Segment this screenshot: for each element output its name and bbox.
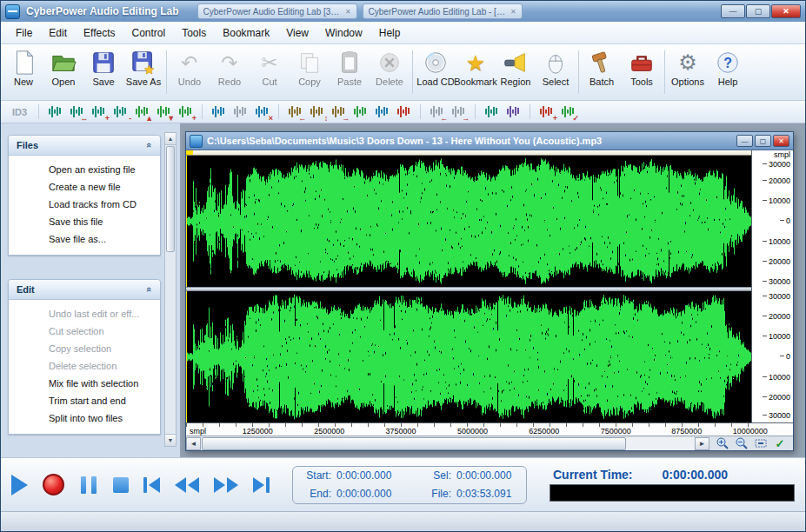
skip-to-end-button[interactable] xyxy=(253,477,270,493)
convert-icon[interactable] xyxy=(373,104,391,120)
loop-icon[interactable] xyxy=(395,104,413,120)
scroll-right-icon[interactable]: ► xyxy=(695,437,709,450)
horizontal-scrollbar[interactable]: ◄ ► ✓ xyxy=(186,436,793,450)
doc-close-button[interactable]: ✕ xyxy=(773,135,789,147)
sample-ruler[interactable]: smpl 1250000 2500000 3750000 5000000 625… xyxy=(186,422,793,436)
sidebar-item-cut-selection[interactable]: Cut selection xyxy=(9,323,160,340)
cut-button[interactable]: ✂ Cut xyxy=(250,47,290,97)
sidebar-item-undo[interactable]: Undo last edit or eff... xyxy=(9,305,160,323)
position-overview-bar[interactable] xyxy=(186,150,751,156)
edit-panel-header[interactable]: Edit « xyxy=(9,280,160,300)
load-cd-button[interactable]: Load CD xyxy=(416,47,456,97)
amplify-icon[interactable] xyxy=(177,104,195,120)
options-button[interactable]: ⚙ Options xyxy=(668,47,708,97)
sidebar-item-trim[interactable]: Trim start and end xyxy=(9,392,160,409)
rewind-button[interactable] xyxy=(175,477,199,493)
task-pane-scrollbar[interactable]: ▲ ▼ xyxy=(164,132,177,447)
zoom-selection-icon[interactable] xyxy=(68,104,86,120)
menu-window[interactable]: Window xyxy=(317,24,370,42)
menu-bookmark[interactable]: Bookmark xyxy=(215,24,277,42)
open-button[interactable]: Open xyxy=(43,47,83,97)
zoom-in-wave-icon[interactable] xyxy=(90,104,108,120)
skip-to-start-button[interactable] xyxy=(143,477,160,493)
save-button[interactable]: Save xyxy=(83,47,123,97)
doc-minimize-button[interactable]: — xyxy=(736,135,753,147)
select-all-icon[interactable] xyxy=(46,104,64,120)
menu-help[interactable]: Help xyxy=(371,24,409,42)
copy-button[interactable]: Copy xyxy=(290,47,330,97)
id3-editor-button[interactable]: ID3 xyxy=(8,106,31,118)
close-button[interactable]: ✕ xyxy=(771,4,801,18)
waveform-right-channel[interactable] xyxy=(186,291,751,422)
menu-effects[interactable]: Effects xyxy=(76,24,123,42)
stretch-icon[interactable] xyxy=(330,104,348,120)
tools-button[interactable]: Tools xyxy=(622,47,662,97)
bookmark-button[interactable]: ★ Bookmark xyxy=(456,47,496,97)
sidebar-item-mix-file[interactable]: Mix file with selection xyxy=(9,375,160,392)
document-titlebar[interactable]: C:\Users\Seba\Documents\Music\3 Doors Do… xyxy=(186,132,793,150)
reverse-icon[interactable] xyxy=(286,104,304,120)
paste-button[interactable]: Paste xyxy=(330,47,370,97)
scrollbar-thumb[interactable] xyxy=(202,437,626,450)
scrollbar-down-icon[interactable]: ▼ xyxy=(165,434,176,446)
doc-maximize-button[interactable]: ▢ xyxy=(755,135,771,147)
bookmark-prev-icon[interactable] xyxy=(428,104,446,120)
scrollbar-thumb[interactable] xyxy=(166,146,175,252)
mix-icon[interactable] xyxy=(351,104,370,120)
tab-close-icon[interactable]: ✕ xyxy=(345,8,351,16)
fast-forward-button[interactable] xyxy=(214,477,238,493)
select-button[interactable]: Select xyxy=(536,47,576,97)
normalize-icon[interactable] xyxy=(210,104,228,120)
scrollbar-up-icon[interactable]: ▲ xyxy=(165,133,176,145)
waveform-left-channel[interactable] xyxy=(186,156,751,287)
help-button[interactable]: ? Help xyxy=(708,47,748,97)
zoom-out-wave-icon[interactable] xyxy=(111,104,130,120)
region-button[interactable]: Region xyxy=(496,47,536,97)
zoom-selection-icon[interactable] xyxy=(754,436,768,450)
menu-edit[interactable]: Edit xyxy=(41,24,75,42)
scroll-left-icon[interactable]: ◄ xyxy=(186,437,201,450)
bookmark-next-icon[interactable] xyxy=(450,104,468,120)
collapse-chevron-icon[interactable]: « xyxy=(144,143,155,148)
titlebar[interactable]: CyberPower Audio Editing Lab CyberPower … xyxy=(1,1,805,22)
spectral-view-icon[interactable] xyxy=(504,104,523,120)
zoom-out-icon[interactable] xyxy=(735,436,749,450)
play-button[interactable] xyxy=(11,475,28,495)
sidebar-item-copy-selection[interactable]: Copy selection xyxy=(9,340,160,357)
scrollbar-track[interactable] xyxy=(201,437,695,450)
sidebar-item-split[interactable]: Split into two files xyxy=(9,409,160,427)
statistics-icon[interactable] xyxy=(483,104,501,120)
menu-view[interactable]: View xyxy=(278,24,316,42)
zoom-in-icon[interactable] xyxy=(716,436,729,450)
sidebar-item-delete-selection[interactable]: Delete selection xyxy=(9,357,160,375)
menu-file[interactable]: File xyxy=(8,24,40,42)
sidebar-item-create-new[interactable]: Create a new file xyxy=(9,178,160,196)
marker-add-icon[interactable] xyxy=(537,104,556,120)
delete-button[interactable]: Delete xyxy=(370,47,410,97)
undo-button[interactable]: ↶ Undo xyxy=(170,47,210,97)
redo-button[interactable]: ↷ Redo xyxy=(210,47,250,97)
menu-control[interactable]: Control xyxy=(124,24,174,42)
tab-close-icon[interactable]: ✕ xyxy=(510,8,516,16)
record-button[interactable] xyxy=(43,474,64,495)
pause-button[interactable] xyxy=(79,476,98,494)
snap-check-icon[interactable]: ✓ xyxy=(773,436,787,450)
sidebar-item-save-as[interactable]: Save file as... xyxy=(9,230,160,248)
maximize-button[interactable]: ▢ xyxy=(746,4,770,18)
silence-icon[interactable] xyxy=(231,104,250,120)
fade-in-icon[interactable] xyxy=(133,104,151,120)
sidebar-item-load-cd[interactable]: Load tracks from CD xyxy=(9,196,160,213)
stop-button[interactable] xyxy=(113,477,129,493)
minimize-button[interactable]: — xyxy=(721,4,745,18)
sidebar-item-save-file[interactable]: Save this file xyxy=(9,213,160,230)
fade-out-icon[interactable] xyxy=(155,104,173,120)
trim-icon[interactable] xyxy=(253,104,271,120)
save-as-button[interactable]: Save As xyxy=(123,47,163,97)
collapse-chevron-icon[interactable]: « xyxy=(144,287,155,292)
titlebar-tab-2[interactable]: CyberPower Audio Editing Lab - [No... ✕ xyxy=(363,3,523,19)
menu-tools[interactable]: Tools xyxy=(174,24,214,42)
invert-icon[interactable] xyxy=(308,104,326,120)
titlebar-tab-1[interactable]: CyberPower Audio Editing Lab [3 Do... ✕ xyxy=(197,3,357,19)
files-panel-header[interactable]: Files « xyxy=(9,136,160,156)
new-button[interactable]: New xyxy=(3,47,43,97)
